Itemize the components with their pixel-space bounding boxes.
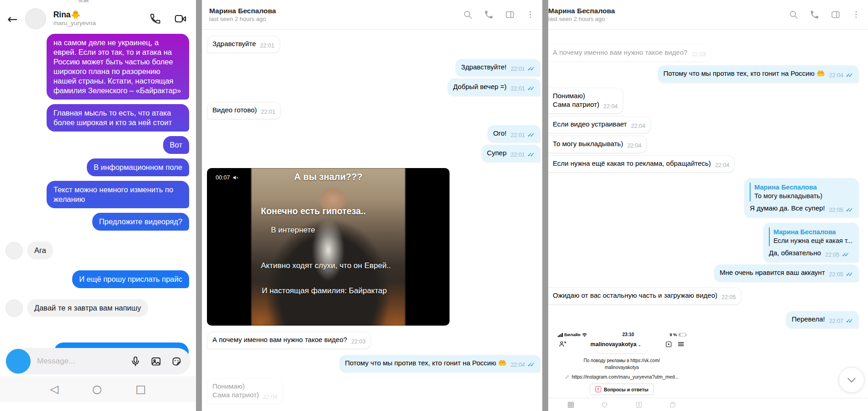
message-bubble[interactable]: Марина БеспаловаТо могу выкладывать)Я ду… xyxy=(744,178,859,217)
message-bubble[interactable]: Предложите видеоряд? xyxy=(92,213,189,231)
message-row: Ого!22:01✓✓ xyxy=(207,125,540,142)
message-bubble[interactable]: Супер22:01✓✓ xyxy=(482,145,540,162)
message-bubble[interactable]: А почему именно вам нужно такое видео?22… xyxy=(207,332,371,349)
gallery-icon[interactable] xyxy=(150,356,162,367)
peer-last-seen: last seen 2 hours ago xyxy=(548,16,789,23)
microphone-icon[interactable] xyxy=(130,356,141,367)
shop-tab-icon xyxy=(669,401,677,409)
video-overlay-text: А вы знали??? xyxy=(294,172,363,182)
message-bubble[interactable]: на самом деле не украинец, а еврей. Если… xyxy=(47,34,189,100)
reply-quote[interactable]: Марина БеспаловаЕсли нужна ещё какая т..… xyxy=(769,227,853,246)
call-icon[interactable] xyxy=(810,10,820,20)
battery-icon xyxy=(678,333,686,337)
search-icon[interactable] xyxy=(463,10,473,20)
message-row: Перевела!22:07✓✓ xyxy=(548,311,859,328)
message-bubble[interactable]: Ого!22:01✓✓ xyxy=(487,125,540,142)
video-call-icon[interactable] xyxy=(174,12,187,25)
nav-home-button[interactable]: ○ xyxy=(92,384,102,395)
message-meta: 22:04 xyxy=(603,102,618,111)
peer-info[interactable]: Марина Беспалова last seen 2 hours ago xyxy=(548,6,789,23)
message-bubble[interactable]: Ага xyxy=(27,242,53,259)
message-bubble[interactable]: А почему именно вам нужно такое видео?22… xyxy=(548,44,711,62)
carrier-label: Билайн xyxy=(564,332,581,337)
message-text: Потому что мы против тех, кто гонит на Р… xyxy=(663,69,825,77)
peer-info[interactable]: Марина Беспалова last seen 2 hours ago xyxy=(209,6,463,23)
message-row: А почему именно вам нужно такое видео?22… xyxy=(548,44,859,62)
reply-author: Марина Беспалова xyxy=(754,183,852,192)
message-time: 22:01 xyxy=(511,152,525,158)
message-bubble[interactable]: Мне очень нравится ваш аккаунт22:05✓✓ xyxy=(714,264,859,282)
instagram-profile-screenshot[interactable]: Билайн 23:10 9 % malinovayakotya⌄ xyxy=(555,331,688,409)
message-bubble[interactable]: И ещё прошу прислать прайс xyxy=(72,270,189,288)
chat-header: Марина Беспалова last seen 2 hours ago xyxy=(548,0,868,30)
message-text: Ожидаю от вас остальную часть и загружаю… xyxy=(553,291,717,299)
scroll-to-bottom-button[interactable] xyxy=(839,367,864,393)
message-meta: 22:04 xyxy=(263,393,277,401)
avatar[interactable] xyxy=(5,300,23,317)
sidebar-toggle-icon[interactable] xyxy=(505,10,515,20)
send-circle-button[interactable] xyxy=(6,349,31,374)
message-bubble[interactable]: Ожидаю от вас остальную часть и загружаю… xyxy=(548,287,741,305)
message-text: Если нужна ещё какая то реклама, обращай… xyxy=(553,159,711,167)
message-meta: 22:03 xyxy=(692,50,706,59)
nav-recents-button[interactable]: □ xyxy=(136,384,146,395)
message-bubble[interactable]: Текст можно немного изменить по желанию xyxy=(47,181,189,208)
message-text: Видео готово) xyxy=(212,106,257,114)
peer-info[interactable]: Rina🐥 maru_yuryevna xyxy=(53,10,142,27)
message-bubble[interactable]: Перевела!22:07✓✓ xyxy=(786,311,859,328)
sidebar-toggle-icon[interactable] xyxy=(831,10,841,20)
reply-quote[interactable]: Марина БеспаловаТо могу выкладывать) xyxy=(750,183,853,201)
sticker-icon[interactable] xyxy=(171,356,182,367)
reply-quoted-text: То могу выкладывать) xyxy=(754,192,852,200)
back-arrow-icon[interactable]: ← xyxy=(7,13,18,25)
message-bubble[interactable]: В информационном поле xyxy=(87,158,189,176)
message-text: Здравствуйте xyxy=(212,40,256,47)
call-icon[interactable] xyxy=(484,10,494,20)
menu-kebab-icon[interactable] xyxy=(526,10,535,19)
message-list: А почему именно вам нужно такое видео?22… xyxy=(548,30,868,411)
message-bubble[interactable]: Главная мысль то есть, что атака более ш… xyxy=(47,104,189,132)
message-bubble[interactable]: Здравствуйте!22:01✓✓ xyxy=(455,59,540,76)
message-time: 22:04 xyxy=(829,72,843,79)
message-bubble[interactable]: Здравствуйте22:01 xyxy=(207,36,280,53)
add-person-icon xyxy=(559,340,566,348)
read-checks-icon: ✓✓ xyxy=(846,318,853,324)
peer-username: maru_yuryevna xyxy=(53,20,142,27)
chat-header: Марина Беспалова last seen 2 hours ago xyxy=(202,0,542,30)
message-meta: 22:01✓✓ xyxy=(511,131,535,140)
menu-kebab-icon[interactable] xyxy=(852,10,861,19)
message-bubble[interactable]: То могу выкладывать)22:04 xyxy=(548,136,647,153)
message-input-placeholder[interactable]: Message... xyxy=(37,357,130,366)
message-time: 22:03 xyxy=(351,338,365,345)
message-bubble[interactable]: Понимаю) Сама патриот)22:04 xyxy=(207,378,283,404)
message-meta: 22:01✓✓ xyxy=(511,65,535,74)
message-time: 22:05 xyxy=(721,294,736,300)
message-bubble[interactable]: Понимаю) Сама патриот)22:04 xyxy=(548,88,623,114)
message-bubble[interactable]: Если видео устраивает22:04 xyxy=(548,116,651,133)
search-icon[interactable] xyxy=(789,10,799,20)
question-bubble-icon: ? xyxy=(595,386,601,392)
message-bubble[interactable]: Если нужна ещё какая то реклама, обращай… xyxy=(548,155,735,173)
nav-back-button[interactable]: ◁ xyxy=(50,384,58,395)
message-text: А почему именно вам нужно такое видео? xyxy=(212,336,347,343)
message-bubble[interactable]: Добрый вечер =)22:01✓✓ xyxy=(448,79,540,96)
avatar[interactable] xyxy=(5,242,23,259)
message-bubble[interactable]: Видео готово)22:01 xyxy=(207,102,281,119)
message-input-bar[interactable]: Message... xyxy=(5,348,191,374)
read-checks-icon: ✓✓ xyxy=(527,66,535,72)
message-row: Супер22:01✓✓ xyxy=(207,145,540,162)
message-row: Понимаю) Сама патриот)22:04 xyxy=(548,88,859,114)
message-bubble[interactable]: Марина БеспаловаЕсли нужна ещё какая т..… xyxy=(763,223,859,262)
message-text: Понимаю) Сама патриот) xyxy=(212,382,259,399)
profile-link: https://instagram.com/maru_yuryevna?utm_… xyxy=(572,374,678,379)
message-bubble[interactable]: Давай те я завтра вам напишу xyxy=(27,299,148,317)
message-bubble[interactable]: Потому что мы против тех, кто гонит на Р… xyxy=(339,355,540,372)
message-time: 22:04 xyxy=(715,162,729,169)
message-bubble[interactable]: Вот xyxy=(163,136,189,154)
message-row: Здравствуйте22:01 xyxy=(207,36,540,53)
call-icon[interactable] xyxy=(149,13,161,25)
avatar[interactable] xyxy=(25,8,46,29)
video-message[interactable]: 00:07 А вы знали??? Конечно есть гипотез… xyxy=(207,168,450,326)
message-bubble[interactable]: Потому что мы против тех, кто гонит на Р… xyxy=(658,65,859,83)
panel-divider xyxy=(196,0,202,411)
